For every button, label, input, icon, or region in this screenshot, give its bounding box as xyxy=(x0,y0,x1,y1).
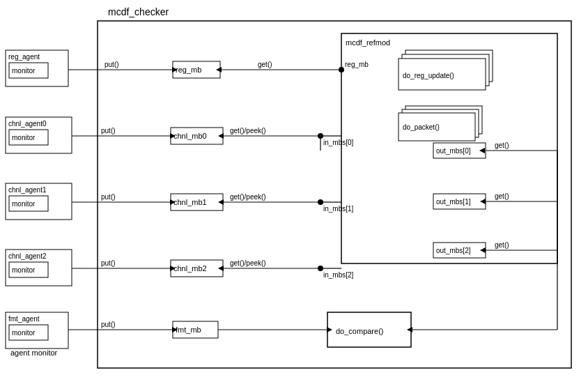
do-reg-update-label: do_reg_update() xyxy=(403,72,454,79)
chnl-agent2-label: chnl_agent2 xyxy=(8,252,47,260)
fmt-agent-monitor-label: monitor xyxy=(12,329,36,337)
chnl-mb0-label: chnl_mb0 xyxy=(173,132,207,140)
chnl-agent0-put-label: put() xyxy=(101,127,116,135)
diagram-container: mcdf_checker reg_agent monitor chnl_agen… xyxy=(0,0,588,375)
reg-mb-get-label: get() xyxy=(258,61,272,68)
do-packet-label: do_packet() xyxy=(403,123,440,131)
chnl-agent1-monitor-label: monitor xyxy=(12,200,36,208)
fmt-mb-label: fmt_mb xyxy=(176,326,201,334)
chnl-mb1-label: chnl_mb1 xyxy=(173,198,207,206)
in-mbs0-label: in_mbs[0] xyxy=(323,139,354,146)
chnl-mb0-getpeek-label: get()/peek() xyxy=(230,127,266,135)
chnl-agent2-monitor-label: monitor xyxy=(12,266,36,274)
mcdf-checker-title: mcdf_checker xyxy=(108,6,169,17)
out-mbs0-get-label: get() xyxy=(495,141,509,149)
reg-agent-label: reg_agent xyxy=(8,53,40,61)
reg-mb-label: reg_mb xyxy=(176,66,201,74)
out-mbs2-get-label: get() xyxy=(495,241,509,249)
reg-agent-put-label: put() xyxy=(105,61,119,68)
chnl-agent2-put-label: put() xyxy=(101,259,116,267)
out-mbs2-label: out_mbs[2] xyxy=(436,247,471,254)
reg-agent-monitor-label: monitor xyxy=(12,67,36,75)
reg-mb-dot xyxy=(339,67,344,72)
chnl-agent0-monitor-label: monitor xyxy=(12,134,36,141)
chnl-agent0-label: chnl_agent0 xyxy=(8,120,47,128)
reg-mb-port-label: reg_mb xyxy=(345,61,369,68)
out-mbs0-label: out_mbs[0] xyxy=(436,147,471,155)
out-mbs1-get-label: get() xyxy=(495,192,509,200)
in-mbs1-label: in_mbs[1] xyxy=(323,205,354,213)
out-mbs1-label: out_mbs[1] xyxy=(436,198,471,206)
chnl-mb1-getpeek-label: get()/peek() xyxy=(230,193,266,201)
in-mbs2-label: in_mbs[2] xyxy=(323,271,354,279)
chnl-mb2-label: chnl_mb2 xyxy=(173,264,207,273)
chnl-agent1-label: chnl_agent1 xyxy=(8,186,47,194)
chnl-agent1-put-label: put() xyxy=(101,193,116,201)
chnl-mb2-getpeek-label: get()/peek() xyxy=(230,259,266,267)
do-compare-label: do_compare() xyxy=(336,327,383,335)
fmt-agent-put-label: put() xyxy=(101,321,116,328)
agent-monitor-footer: agent monitor xyxy=(10,349,58,357)
fmt-agent-label: fmt_agent xyxy=(8,315,40,323)
mcdf-refmod-title: mcdf_refmod xyxy=(346,38,390,47)
